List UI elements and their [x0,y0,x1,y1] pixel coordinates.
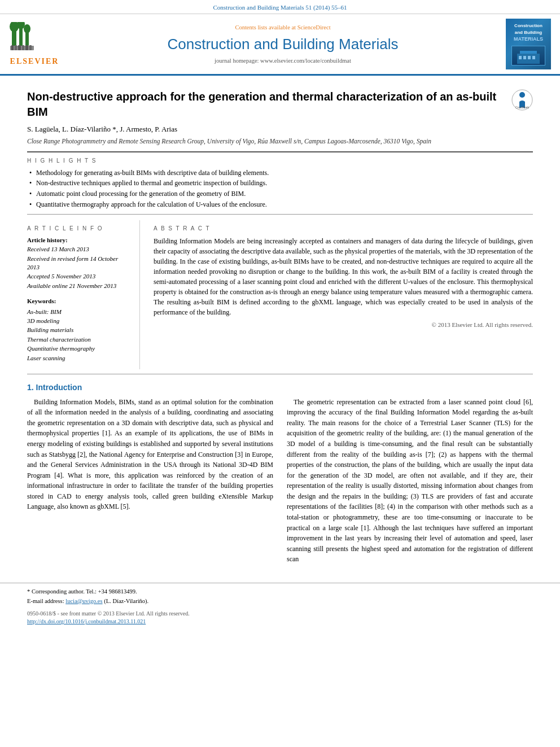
email-label: E-mail address: [27,598,65,604]
page-footer: * Corresponding author. Tel.: +34 986813… [0,583,560,628]
affiliation-line: Close Range Photogrammetry and Remote Se… [27,137,533,146]
intro-left-para: Building Information Models, BIMs, stand… [27,397,273,513]
svg-rect-11 [25,45,28,50]
doi-line[interactable]: http://dx.doi.org/10.1016/j.conbuildmat.… [27,618,533,626]
copyright-line: © 2013 Elsevier Ltd. All rights reserved… [154,321,533,329]
svg-text:CrossMark: CrossMark [515,106,530,109]
journal-header: ELSEVIER Contents lists available at Sci… [0,14,560,76]
sciencedirect-line: Contents lists available at ScienceDirec… [67,24,499,32]
journal-cover-image: Constructionand BuildingMATERIALS [506,19,551,69]
email-line: E-mail address: lucia@uvigo.es (L. Díaz-… [27,597,533,606]
accepted-line: Accepted 5 November 2013 [27,272,130,281]
email-link[interactable]: lucia@uvigo.es [65,598,102,604]
svg-rect-8 [15,45,17,50]
elsevier-logo-svg [9,22,60,55]
journal-homepage: journal homepage: www.elsevier.com/locat… [67,57,499,65]
abstract-text: Building Information Models are being in… [154,236,533,317]
svg-rect-18 [532,56,535,59]
intro-heading: 1. Introduction [27,382,533,394]
kw-6: Laser scanning [27,354,130,362]
svg-rect-12 [29,45,32,50]
highlights-list: Methodology for generating as-built BIMs… [27,168,533,209]
authors-line: S. Lagüela, L. Díaz-Vilariño *, J. Armes… [27,124,533,134]
history-block: Article history: Received 13 March 2013 … [27,236,130,290]
svg-rect-17 [528,56,531,59]
cover-title-text: Constructionand BuildingMATERIALS [514,23,543,42]
svg-rect-14 [520,51,537,54]
intro-right-col: The geometric representation can be extr… [287,397,533,570]
svg-point-5 [24,24,30,33]
elsevier-logo-area: ELSEVIER [9,22,60,67]
revised-line: Received in revised form 14 October 2013 [27,255,130,272]
issn-line: 0950-0618/$ - see front matter © 2013 El… [27,610,533,618]
elsevier-wordmark: ELSEVIER [10,56,59,67]
received-line: Received 13 March 2013 [27,245,130,254]
highlight-item-3: Automatic point cloud processing for the… [27,189,533,199]
sciencedirect-link-text[interactable]: ScienceDirect [298,24,331,30]
footnote-star-line: * Corresponding author. Tel.: +34 986813… [27,588,533,596]
highlight-item-4: Quantitative thermography approach for t… [27,200,533,209]
highlight-item-2: Non-destructive techniques applied to th… [27,178,533,188]
journal-title-center: Contents lists available at ScienceDirec… [67,24,499,65]
svg-rect-16 [523,56,526,59]
kw-1: As-built: BIM [27,308,130,316]
highlight-item-1: Methodology for generating as-built BIMs… [27,168,533,178]
info-abstract-section: A R T I C L E I N F O Article history: R… [27,220,533,369]
intro-right-para: The geometric representation can be extr… [287,397,533,565]
keywords-list: As-built: BIM 3D modeling Building mater… [27,308,130,362]
article-info-col: A R T I C L E I N F O Article history: R… [27,220,140,369]
abstract-divider [27,374,533,374]
email-suffix: (L. Díaz-Vilariño). [104,598,148,604]
article-title-section: Non-destructive approach for the generat… [27,89,533,120]
journal-citation-bar: Construction and Building Materials 51 (… [0,0,560,14]
cover-building-icon [514,48,542,64]
abstract-col: A B S T R A C T Building Information Mod… [154,220,533,369]
crossmark-badge[interactable]: CrossMark [511,89,533,111]
kw-3: Building materials [27,326,130,334]
journal-main-title: Construction and Building Materials [67,34,499,54]
kw-2: 3D modeling [27,317,130,325]
cover-image-placeholder [511,46,545,65]
highlights-label: H I G H L I G H T S [27,157,533,165]
intro-section: 1. Introduction Building Information Mod… [27,382,533,569]
svg-rect-10 [22,45,24,50]
kw-4: Thermal characterization [27,335,130,344]
article-info-label: A R T I C L E I N F O [27,225,130,233]
title-divider [27,151,533,152]
article-title: Non-destructive approach for the generat… [27,89,502,120]
svg-rect-9 [18,45,21,50]
abstract-label: A B S T R A C T [154,225,533,233]
keywords-block: Keywords: As-built: BIM 3D modeling Buil… [27,297,130,362]
svg-point-20 [519,92,525,98]
svg-rect-15 [519,56,522,59]
available-line: Available online 21 November 2013 [27,282,130,290]
keywords-label: Keywords: [27,297,130,305]
svg-rect-7 [11,45,14,50]
crossmark-icon: CrossMark [511,89,533,111]
main-content: Non-destructive approach for the generat… [0,76,560,577]
kw-5: Quantitative thermography [27,344,130,353]
intro-left-col: Building Information Models, BIMs, stand… [27,397,273,570]
highlights-divider [27,214,533,215]
intro-two-col: Building Information Models, BIMs, stand… [27,397,533,570]
journal-citation-text: Construction and Building Materials 51 (… [213,4,347,11]
history-label: Article history: [27,236,130,244]
